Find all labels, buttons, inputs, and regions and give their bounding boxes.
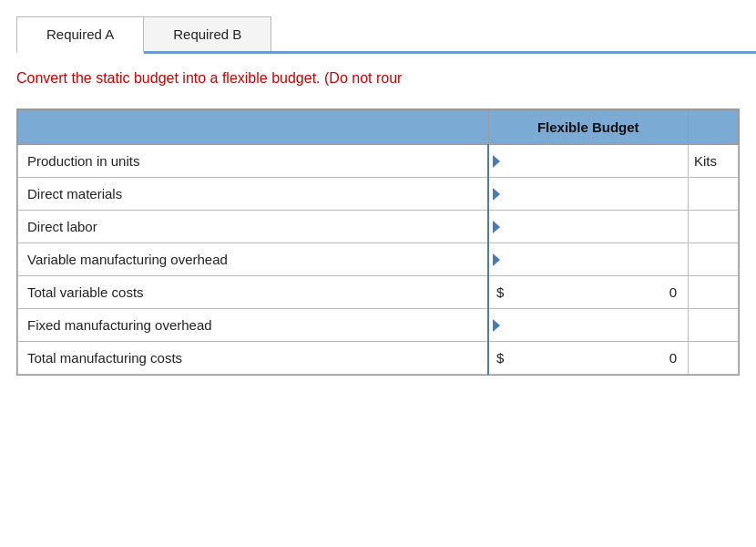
row-value-1[interactable] bbox=[488, 178, 689, 211]
instruction: Convert the static budget into a flexibl… bbox=[0, 54, 756, 99]
row-label-3: Variable manufacturing overhead bbox=[18, 243, 489, 276]
table-container: Flexible Budget Production in unitsKitsD… bbox=[16, 108, 740, 376]
row-label-4: Total variable costs bbox=[18, 276, 489, 309]
instruction-text: Convert the static budget into a flexibl… bbox=[16, 70, 321, 86]
row-label-0: Production in units bbox=[18, 145, 489, 178]
header-label bbox=[18, 110, 489, 145]
row-label-1: Direct materials bbox=[18, 178, 489, 211]
row-value-5[interactable] bbox=[488, 309, 689, 342]
input-arrow-3 bbox=[493, 253, 500, 266]
row-unit-5 bbox=[689, 309, 739, 342]
row-label-2: Direct labor bbox=[18, 211, 489, 243]
input-arrow-1 bbox=[493, 188, 500, 201]
row-input-0[interactable] bbox=[504, 153, 680, 169]
row-value-2[interactable] bbox=[488, 211, 689, 243]
row-unit-6 bbox=[689, 342, 739, 375]
row-unit-2 bbox=[689, 211, 739, 243]
instruction-warning: (Do not rour bbox=[324, 70, 402, 86]
header-unit bbox=[689, 110, 739, 145]
header-flexible-budget: Flexible Budget bbox=[488, 110, 689, 145]
input-arrow-0 bbox=[493, 155, 500, 168]
row-unit-4 bbox=[689, 276, 739, 309]
row-unit-0: Kits bbox=[689, 145, 739, 178]
row-unit-1 bbox=[689, 178, 739, 211]
row-input-3[interactable] bbox=[504, 252, 680, 267]
row-unit-3 bbox=[689, 243, 739, 276]
row-value-0[interactable] bbox=[488, 145, 689, 178]
row-value-6: $0 bbox=[488, 342, 689, 375]
row-input-5[interactable] bbox=[504, 317, 680, 333]
row-value-4: $0 bbox=[488, 276, 689, 309]
input-arrow-5 bbox=[493, 319, 500, 332]
tab-required-a[interactable]: Required A bbox=[16, 16, 144, 54]
tabs-container: Required A Required B bbox=[16, 16, 756, 54]
row-label-5: Fixed manufacturing overhead bbox=[18, 309, 489, 342]
row-input-1[interactable] bbox=[504, 186, 680, 201]
row-value-3[interactable] bbox=[488, 243, 689, 276]
tab-required-b[interactable]: Required B bbox=[143, 16, 271, 51]
row-input-2[interactable] bbox=[504, 219, 680, 234]
row-label-6: Total manufacturing costs bbox=[18, 342, 489, 375]
input-arrow-2 bbox=[493, 221, 500, 233]
